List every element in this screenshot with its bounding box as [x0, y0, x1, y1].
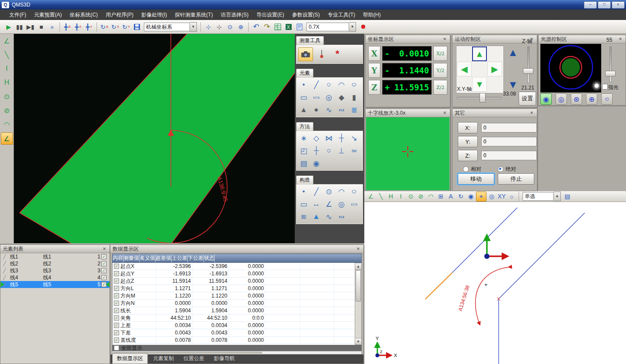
tool-angle-measure[interactable]: ∠ — [1, 35, 13, 46]
element-cone[interactable]: ▲ — [297, 104, 310, 116]
element-rectangle[interactable]: ▭ — [297, 92, 310, 103]
table-row[interactable]: 起点Y -1.6913 -1.6913 0.0000 — [113, 270, 356, 278]
row-checkbox[interactable] — [114, 323, 119, 328]
tab-position-tolerance[interactable]: 位置公差 — [179, 354, 209, 364]
table-row[interactable]: 起点X -2.5396 -2.5396 0.0000 — [113, 263, 356, 270]
method-chain[interactable]: ⋈ — [323, 132, 335, 144]
sample-point-icon[interactable] — [358, 22, 368, 32]
menu-file[interactable]: 文件(F) — [5, 10, 30, 20]
run-play[interactable]: ▶ — [3, 22, 14, 32]
tab-image-navigation[interactable]: 影像导航 — [210, 354, 239, 364]
column-header[interactable]: 内容 — [113, 254, 123, 262]
menu-image-processing[interactable]: 影像处理(I) — [137, 10, 171, 20]
menu-pro-tools[interactable]: 专业工具(T) — [324, 10, 359, 20]
method-cross[interactable]: ┼ — [310, 145, 323, 156]
column-header[interactable]: 测量值 — [123, 254, 140, 262]
table-row[interactable]: 方向L 1.1271 1.1271 0.0000 — [113, 285, 356, 292]
zoom-window[interactable]: ◎ — [487, 192, 496, 201]
list-item[interactable]: ╱ 线2 线2 2 — [0, 260, 110, 267]
method-circle-scan[interactable]: ○ — [323, 145, 335, 156]
run-pause[interactable]: ▮▮ — [14, 22, 25, 32]
camera-view[interactable]: A136:9:45 — [14, 34, 295, 243]
measure-angle[interactable]: ∠ — [366, 192, 376, 201]
close-icon[interactable]: × — [529, 110, 535, 116]
menu-language[interactable]: 语言选择(S) — [217, 10, 253, 20]
axis-y-button[interactable]: Y — [368, 63, 380, 78]
method-region[interactable]: ◰ — [297, 145, 310, 156]
row-checkbox[interactable] — [114, 330, 119, 335]
construct-curve[interactable]: ∿ — [323, 211, 335, 222]
light-intensity-slider[interactable] — [609, 46, 612, 82]
show-all-checkbox[interactable] — [114, 345, 119, 351]
method-auto-circle[interactable]: ◉ — [310, 158, 323, 169]
chevron-down-icon[interactable]: ▼ — [554, 192, 561, 201]
column-header[interactable]: 下公差 — [188, 254, 204, 262]
table-row[interactable]: 线长 1.5904 1.5904 0.0000 — [113, 307, 356, 314]
light-mode-rings[interactable]: ◎ — [556, 93, 567, 105]
table-row[interactable]: 下差 0.0043 0.0043 0.0000 — [113, 329, 356, 337]
view-settings-gear[interactable]: ☼ — [507, 192, 516, 201]
zoom-region[interactable]: ⊞ — [436, 192, 446, 201]
coord-system-dropdown[interactable]: 机械坐标系 ▼ — [144, 23, 197, 31]
construct-rectangle[interactable]: ▭ — [297, 199, 310, 210]
list-item[interactable]: ╱ 线3 线3 3 — [0, 267, 110, 274]
y-target-input[interactable] — [481, 137, 537, 146]
method-multipoint[interactable]: ∗ — [297, 132, 310, 144]
z-axis-slider-thumb[interactable] — [523, 68, 533, 74]
element-ellipse[interactable]: ○ — [346, 79, 362, 90]
close-icon[interactable]: × — [101, 246, 107, 252]
tool-circle-strike[interactable]: ⊘ — [1, 105, 13, 116]
light-intensity-slider-thumb[interactable] — [605, 71, 616, 76]
relative-radio[interactable] — [463, 166, 469, 172]
axis-half[interactable]: ⊹ — [214, 22, 224, 32]
axis-z-half-button[interactable]: Z/2 — [433, 80, 447, 95]
construct-closed-curve[interactable]: ∾ — [335, 211, 348, 222]
row-checkbox[interactable] — [114, 338, 119, 343]
table-row[interactable]: 上差 0.0034 0.0034 0.0000 — [113, 322, 356, 329]
redo-icon[interactable]: ↷ — [262, 22, 272, 32]
laser-tool-button[interactable]: * — [330, 47, 344, 60]
row-checkbox[interactable] — [114, 315, 119, 321]
tab-element-copy[interactable]: 元素复制 — [149, 354, 178, 364]
light-mode-full[interactable]: ⊕ — [586, 93, 597, 105]
element-point[interactable]: • — [297, 79, 310, 90]
element-visible-checkbox[interactable] — [101, 261, 107, 266]
measure-circle[interactable]: ⊙ — [406, 192, 416, 201]
element-line[interactable]: ╱ — [310, 79, 323, 90]
graphics-view-3d[interactable]: + A134:56:38 Y X Z — [364, 202, 626, 364]
element-circle[interactable]: ○ — [323, 79, 335, 90]
goto-point-a[interactable]: ╋A — [62, 22, 73, 32]
construct-distance[interactable]: ↔ — [310, 199, 323, 210]
vertical-scrollbar[interactable]: ▲ ▼ — [355, 263, 362, 345]
menu-user-program[interactable]: 用户程序(P) — [102, 10, 137, 20]
element-plane[interactable]: ≣ — [348, 104, 360, 116]
close-icon[interactable]: × — [617, 36, 623, 42]
construct-cone[interactable]: ▲ — [310, 211, 323, 222]
axis-zero[interactable]: ⊹ — [203, 22, 213, 32]
menu-element-preset[interactable]: 元素预置(A) — [30, 10, 66, 20]
element-sphere[interactable]: ● — [310, 104, 323, 116]
refresh-view[interactable]: ↻ — [456, 192, 466, 201]
axis-y-half-button[interactable]: Y/2 — [433, 63, 447, 78]
printer-icon[interactable]: ▤ — [563, 192, 572, 201]
run-stop[interactable]: ■ — [36, 22, 47, 32]
column-header[interactable]: 状态 — [204, 254, 215, 262]
light-mode-spot[interactable]: ◉ — [540, 93, 552, 105]
y-field-label[interactable]: Y: — [458, 136, 478, 147]
menu-parameter-settings[interactable]: 参数设置(S) — [288, 10, 324, 20]
axis-z-button[interactable]: Z — [368, 80, 380, 95]
construct-point[interactable]: • — [297, 186, 310, 197]
construct-angle[interactable]: ∠ — [323, 199, 335, 210]
maximize-button[interactable]: □ — [598, 1, 611, 9]
row-checkbox[interactable] — [114, 293, 119, 298]
construct-circle[interactable]: ⊙ — [323, 186, 335, 197]
element-visible-checkbox[interactable] — [101, 268, 107, 273]
row-checkbox[interactable] — [114, 286, 119, 291]
menu-export-settings[interactable]: 导出设置(E) — [253, 10, 288, 20]
row-checkbox[interactable] — [114, 301, 119, 306]
menu-probe-system[interactable]: 探针测量系统(T) — [171, 10, 216, 20]
show-coordinates[interactable]: ⌖ — [476, 192, 486, 202]
table-row[interactable]: 方向M 1.1220 1.1220 0.0000 — [113, 292, 356, 300]
scroll-down-icon[interactable]: ▼ — [355, 338, 361, 344]
light-mode-segments[interactable]: ⊛ — [571, 93, 582, 105]
